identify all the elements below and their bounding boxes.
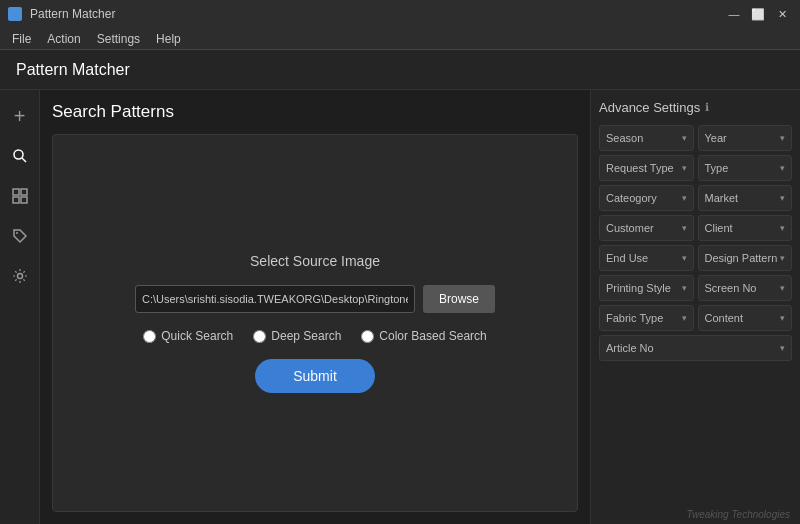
chevron-article-no: ▾ bbox=[780, 343, 785, 353]
setting-request-type[interactable]: Request Type ▾ bbox=[599, 155, 694, 181]
svg-line-1 bbox=[22, 158, 26, 162]
app-icon bbox=[8, 7, 22, 21]
setting-end-use[interactable]: End Use ▾ bbox=[599, 245, 694, 271]
browse-button[interactable]: Browse bbox=[423, 285, 495, 313]
radio-deep-input[interactable] bbox=[253, 330, 266, 343]
radio-deep-label: Deep Search bbox=[271, 329, 341, 343]
sidebar: + bbox=[0, 90, 40, 524]
setting-screen-no[interactable]: Screen No ▾ bbox=[698, 275, 793, 301]
svg-point-0 bbox=[14, 150, 23, 159]
chevron-printing-style: ▾ bbox=[682, 283, 687, 293]
setting-fabric-type[interactable]: Fabric Type ▾ bbox=[599, 305, 694, 331]
settings-grid: Season ▾ Year ▾ Request Type ▾ Type ▾ Ca… bbox=[599, 125, 792, 331]
setting-customer[interactable]: Customer ▾ bbox=[599, 215, 694, 241]
radio-deep-search[interactable]: Deep Search bbox=[253, 329, 341, 343]
file-row: Browse bbox=[135, 285, 495, 313]
setting-article-no[interactable]: Article No ▾ bbox=[599, 335, 792, 361]
setting-season[interactable]: Season ▾ bbox=[599, 125, 694, 151]
search-panel: Search Patterns Select Source Image Brow… bbox=[40, 90, 590, 524]
setting-category[interactable]: Cateogory ▾ bbox=[599, 185, 694, 211]
menu-help[interactable]: Help bbox=[148, 30, 189, 48]
chevron-market: ▾ bbox=[780, 193, 785, 203]
source-box-title: Select Source Image bbox=[250, 253, 380, 269]
maximize-button[interactable]: ⬜ bbox=[748, 5, 768, 23]
chevron-type: ▾ bbox=[780, 163, 785, 173]
menu-file[interactable]: File bbox=[4, 30, 39, 48]
menu-bar: File Action Settings Help bbox=[0, 28, 800, 50]
chevron-fabric-type: ▾ bbox=[682, 313, 687, 323]
radio-quick-label: Quick Search bbox=[161, 329, 233, 343]
radio-color-search[interactable]: Color Based Search bbox=[361, 329, 486, 343]
chevron-year: ▾ bbox=[780, 133, 785, 143]
chevron-design-pattern: ▾ bbox=[780, 253, 785, 263]
svg-rect-3 bbox=[21, 189, 27, 195]
sidebar-item-settings[interactable] bbox=[2, 258, 38, 294]
svg-point-7 bbox=[17, 274, 22, 279]
setting-year[interactable]: Year ▾ bbox=[698, 125, 793, 151]
submit-button[interactable]: Submit bbox=[255, 359, 375, 393]
search-type-radio-group: Quick Search Deep Search Color Based Sea… bbox=[143, 329, 486, 343]
svg-point-6 bbox=[16, 232, 18, 234]
radio-color-input[interactable] bbox=[361, 330, 374, 343]
panel-title: Search Patterns bbox=[52, 102, 578, 122]
chevron-end-use: ▾ bbox=[682, 253, 687, 263]
sidebar-item-search[interactable] bbox=[2, 138, 38, 174]
info-icon: ℹ bbox=[705, 101, 709, 114]
watermark: Tweaking Technologies bbox=[687, 509, 790, 520]
svg-rect-5 bbox=[21, 197, 27, 203]
main-layout: + bbox=[0, 90, 800, 524]
chevron-content: ▾ bbox=[780, 313, 785, 323]
title-bar: Pattern Matcher — ⬜ ✕ bbox=[0, 0, 800, 28]
close-button[interactable]: ✕ bbox=[772, 5, 792, 23]
chevron-customer: ▾ bbox=[682, 223, 687, 233]
chevron-category: ▾ bbox=[682, 193, 687, 203]
title-bar-controls[interactable]: — ⬜ ✕ bbox=[724, 5, 792, 23]
menu-action[interactable]: Action bbox=[39, 30, 88, 48]
menu-settings[interactable]: Settings bbox=[89, 30, 148, 48]
radio-color-label: Color Based Search bbox=[379, 329, 486, 343]
setting-printing-style[interactable]: Printing Style ▾ bbox=[599, 275, 694, 301]
chevron-season: ▾ bbox=[682, 133, 687, 143]
setting-market[interactable]: Market ▾ bbox=[698, 185, 793, 211]
setting-content[interactable]: Content ▾ bbox=[698, 305, 793, 331]
content-area: Search Patterns Select Source Image Brow… bbox=[40, 90, 590, 524]
title-bar-left: Pattern Matcher bbox=[8, 7, 115, 21]
setting-design-pattern[interactable]: Design Pattern ▾ bbox=[698, 245, 793, 271]
advance-settings-title: Advance Settings ℹ bbox=[599, 100, 792, 115]
setting-client[interactable]: Client ▾ bbox=[698, 215, 793, 241]
sidebar-item-add[interactable]: + bbox=[2, 98, 38, 134]
minimize-button[interactable]: — bbox=[724, 5, 744, 23]
chevron-client: ▾ bbox=[780, 223, 785, 233]
chevron-screen-no: ▾ bbox=[780, 283, 785, 293]
app-title: Pattern Matcher bbox=[16, 61, 130, 79]
file-path-input[interactable] bbox=[135, 285, 415, 313]
app-title-bar: Pattern Matcher bbox=[0, 50, 800, 90]
sidebar-item-tag[interactable] bbox=[2, 218, 38, 254]
svg-rect-2 bbox=[13, 189, 19, 195]
svg-rect-4 bbox=[13, 197, 19, 203]
radio-quick-search[interactable]: Quick Search bbox=[143, 329, 233, 343]
chevron-request-type: ▾ bbox=[682, 163, 687, 173]
radio-quick-input[interactable] bbox=[143, 330, 156, 343]
source-image-box: Select Source Image Browse Quick Search … bbox=[52, 134, 578, 512]
sidebar-item-grid[interactable] bbox=[2, 178, 38, 214]
title-bar-text: Pattern Matcher bbox=[30, 7, 115, 21]
advance-settings-panel: Advance Settings ℹ Season ▾ Year ▾ Reque… bbox=[590, 90, 800, 524]
setting-type[interactable]: Type ▾ bbox=[698, 155, 793, 181]
